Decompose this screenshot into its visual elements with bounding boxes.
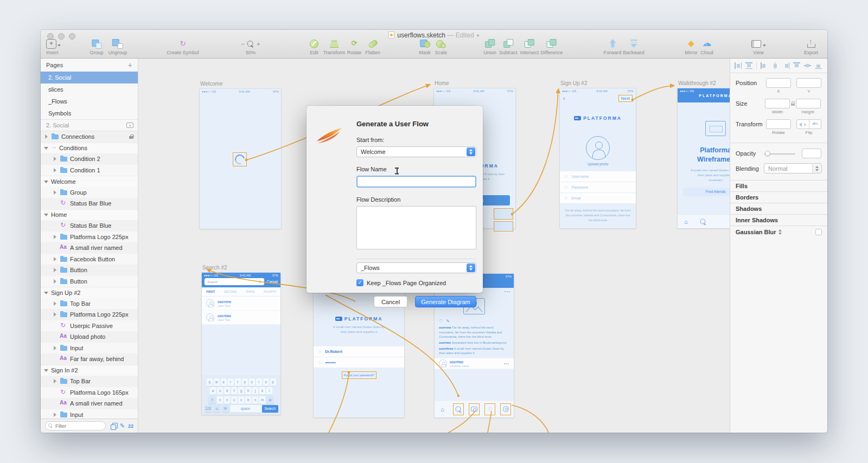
- back-chevron-icon[interactable]: ‹: [563, 95, 565, 101]
- toolbar-flatten[interactable]: Flatten: [365, 39, 380, 55]
- disclosure-triangle-icon[interactable]: [53, 246, 59, 250]
- disclosure-triangle-icon[interactable]: [53, 379, 59, 383]
- filter-input[interactable]: [45, 421, 106, 430]
- key[interactable]: m: [259, 396, 265, 404]
- artboard-label[interactable]: Sign Up #2: [560, 80, 587, 86]
- button-connector-box[interactable]: [494, 208, 513, 220]
- search-tab-connector-box[interactable]: [453, 403, 464, 415]
- key[interactable]: w: [214, 378, 220, 386]
- disclosure-triangle-icon[interactable]: [44, 179, 50, 184]
- x-field[interactable]: [766, 78, 791, 88]
- key[interactable]: l: [266, 387, 272, 395]
- post-author-row[interactable]: usertwo Location name •••: [435, 358, 514, 369]
- toolbar-create-symbol[interactable]: Create Symbol: [167, 39, 199, 55]
- blending-select[interactable]: Normal: [764, 163, 822, 173]
- artboard-welcome[interactable]: Welcome ●●●○○ GS 9:41 AM 57%: [200, 89, 281, 229]
- style-section-header[interactable]: Inner Shadows: [730, 214, 827, 226]
- search-tab[interactable]: SECOND: [224, 290, 237, 293]
- key[interactable]: h: [245, 387, 251, 395]
- disclosure-triangle-icon[interactable]: [53, 357, 59, 361]
- spinner-connector-box[interactable]: [233, 152, 247, 166]
- align-right-icon[interactable]: [782, 62, 789, 69]
- key[interactable]: n: [252, 396, 258, 404]
- disclosure-triangle-icon[interactable]: [53, 190, 59, 195]
- disclosure-triangle-icon[interactable]: [53, 301, 59, 306]
- key[interactable]: d: [224, 387, 230, 395]
- key[interactable]: o: [263, 378, 269, 386]
- form-field[interactable]: ☆ Dr.Robert: [314, 346, 404, 357]
- key[interactable]: c: [231, 396, 237, 404]
- user-row[interactable]: usertwo User Two: [202, 311, 280, 325]
- disclosure-triangle-icon[interactable]: [53, 168, 59, 172]
- toolbar-export[interactable]: Export: [804, 39, 818, 55]
- toolbar-group[interactable]: Group: [90, 39, 103, 55]
- toolbar-backward[interactable]: Backward: [623, 39, 644, 55]
- artboard-label[interactable]: Search #2: [202, 265, 227, 271]
- layer-row[interactable]: Top Bar: [41, 298, 138, 310]
- disclosure-triangle-icon[interactable]: [44, 134, 50, 139]
- disclosure-triangle-icon[interactable]: [53, 312, 59, 317]
- key[interactable]: a: [210, 387, 216, 395]
- artboard-label[interactable]: Home: [435, 80, 449, 86]
- layer-row[interactable]: Connections: [41, 131, 138, 143]
- layer-row[interactable]: Status Bar Blue: [41, 198, 138, 209]
- disclosure-triangle-icon[interactable]: [53, 401, 59, 406]
- flow-name-input[interactable]: [356, 176, 476, 188]
- align-middle-icon[interactable]: [804, 62, 811, 69]
- forgot-password-link[interactable]: Forgot your password?: [342, 371, 376, 379]
- zoom-in-button[interactable]: +: [257, 41, 260, 47]
- layer-row[interactable]: Sign In #2: [41, 365, 138, 376]
- layer-row[interactable]: Button: [41, 276, 138, 287]
- toolbar-scale[interactable]: Scale: [435, 39, 448, 55]
- add-page-button[interactable]: +: [128, 61, 132, 69]
- page-row[interactable]: slices: [41, 83, 138, 95]
- key[interactable]: g: [238, 387, 244, 395]
- layer-row[interactable]: A small river named: [41, 398, 138, 409]
- key[interactable]: f: [231, 387, 237, 395]
- profile-tab-connector-box[interactable]: [500, 403, 511, 415]
- disclosure-triangle-icon[interactable]: [53, 268, 59, 272]
- disclosure-triangle-icon[interactable]: [53, 157, 59, 161]
- key[interactable]: Search: [262, 405, 278, 413]
- artboard-walkthrough[interactable]: Walkthrough #2 ●●●○○ GS 57% PLATFORMA Pl…: [678, 88, 730, 228]
- user-row[interactable]: userone User One: [202, 297, 280, 311]
- disclosure-triangle-icon[interactable]: [53, 257, 59, 261]
- key[interactable]: Ψ: [222, 405, 229, 413]
- more-icon[interactable]: •••: [504, 362, 509, 365]
- toolbar-union[interactable]: Union: [483, 39, 496, 55]
- page-row[interactable]: _Flows: [41, 95, 138, 107]
- form-field[interactable]: ☆ Username: [560, 171, 636, 182]
- form-field[interactable]: ☆ ••••••••: [314, 357, 404, 368]
- flow-description-textarea[interactable]: [356, 206, 476, 249]
- key[interactable]: ⇧: [208, 396, 216, 404]
- cancel-button[interactable]: Cancel: [374, 296, 407, 307]
- toolbar-view[interactable]: View: [750, 39, 767, 55]
- layer-row[interactable]: Group: [41, 187, 138, 198]
- key[interactable]: x: [224, 396, 230, 404]
- layer-row[interactable]: A small river named: [41, 242, 138, 254]
- width-field[interactable]: [765, 99, 790, 108]
- page-row[interactable]: Symbols: [41, 107, 138, 119]
- align-center-icon[interactable]: [771, 62, 778, 69]
- style-section-header[interactable]: Borders: [730, 191, 827, 203]
- toolbar-subtract[interactable]: Subtract: [499, 39, 518, 55]
- disclosure-triangle-icon[interactable]: [53, 324, 59, 328]
- flip-vertical-button[interactable]: [809, 120, 821, 128]
- artboard-label[interactable]: Walkthrough #2: [678, 80, 716, 86]
- flip-horizontal-button[interactable]: [797, 120, 809, 128]
- key[interactable]: b: [245, 396, 251, 404]
- cancel-link[interactable]: Cancel: [267, 280, 278, 284]
- opacity-slider[interactable]: [764, 151, 795, 156]
- search-tab[interactable]: THIRD: [246, 290, 255, 293]
- like-icon[interactable]: ♡: [439, 319, 443, 324]
- key[interactable]: u: [249, 378, 255, 386]
- key[interactable]: y: [242, 378, 248, 386]
- layer-row[interactable]: Platforma Logo 225px: [41, 309, 138, 320]
- align-left-icon[interactable]: [761, 62, 768, 69]
- search-tab[interactable]: FIRST: [206, 290, 215, 293]
- artboard-signup[interactable]: Sign Up #2 ●●●○○ GS 9:41 AM 57% ‹ Next P…: [560, 88, 636, 228]
- disclosure-triangle-icon[interactable]: [53, 279, 59, 284]
- disclosure-triangle-icon[interactable]: [53, 346, 59, 350]
- gaussian-blur-row[interactable]: Gaussian Blur: [730, 226, 827, 238]
- stepper-icon[interactable]: [778, 229, 782, 235]
